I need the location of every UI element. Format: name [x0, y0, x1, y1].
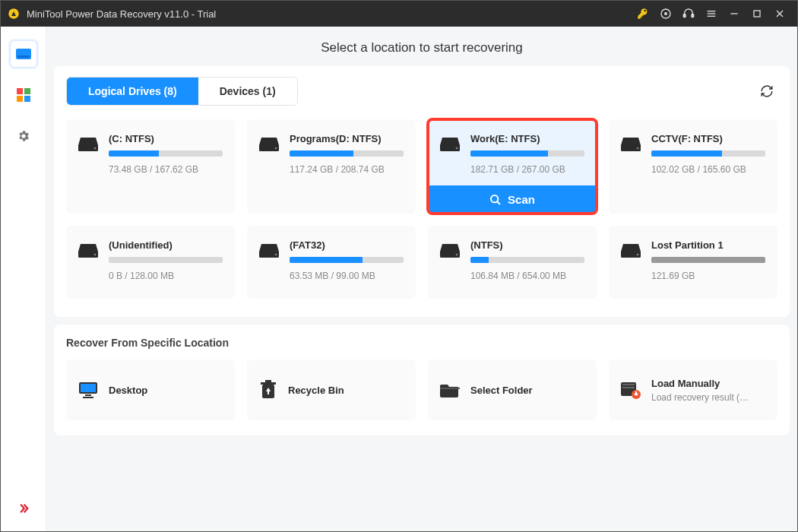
drive-usage-text: 0 B / 128.00 MB: [109, 271, 223, 281]
drive-card[interactable]: Work(E: NTFS)182.71 GB / 267.00 GBScan: [428, 119, 597, 214]
drive-icon: [78, 244, 98, 258]
location-select-folder[interactable]: Select Folder: [428, 359, 597, 420]
drive-usage-text: 121.69 GB: [651, 271, 765, 281]
refresh-button[interactable]: [756, 81, 777, 102]
svg-point-32: [637, 254, 639, 256]
drive-usage-bar: [470, 150, 584, 157]
sidebar-recovery-button[interactable]: [10, 40, 37, 68]
drive-card[interactable]: (NTFS)106.84 MB / 654.00 MB: [428, 226, 597, 299]
svg-rect-5: [708, 11, 716, 11]
locations-heading: Recover From Specific Location: [66, 337, 777, 349]
location-manual-title: Load Manually: [651, 378, 750, 389]
drive-name: Lost Partition 1: [651, 239, 765, 251]
page-heading: Select a location to start recovering: [46, 27, 797, 66]
drive-name: CCTV(F: NTFS): [651, 133, 765, 144]
locations-grid: Desktop Recycle Bin Select Folder: [66, 359, 777, 420]
body: Select a location to start recovering Lo…: [1, 27, 797, 531]
tab-devices[interactable]: Devices (1): [198, 78, 297, 105]
svg-rect-43: [622, 387, 635, 388]
app-window: MiniTool Power Data Recovery v11.0 - Tri…: [0, 0, 798, 532]
drive-card[interactable]: (C: NTFS)73.48 GB / 167.62 GB: [66, 119, 235, 214]
svg-rect-12: [17, 88, 23, 94]
support-icon-button[interactable]: [677, 1, 700, 27]
location-recycle-bin[interactable]: Recycle Bin: [247, 359, 416, 420]
sidebar-settings-button[interactable]: [10, 122, 37, 150]
drive-name: (FAT32): [290, 239, 404, 251]
svg-point-24: [637, 147, 639, 150]
main: Select a location to start recovering Lo…: [46, 27, 797, 531]
drives-panel: Logical Drives (8) Devices (1) (C: NTFS)…: [54, 66, 790, 317]
svg-rect-7: [708, 16, 716, 17]
locations-panel: Recover From Specific Location Desktop R…: [54, 325, 790, 435]
drive-icon: [78, 138, 98, 151]
svg-rect-40: [440, 388, 460, 389]
svg-point-19: [275, 147, 277, 150]
drive-card[interactable]: Programs(D: NTFS)117.24 GB / 208.74 GB: [247, 119, 416, 214]
drive-usage-text: 117.24 GB / 208.74 GB: [290, 164, 404, 175]
tab-logical-drives[interactable]: Logical Drives (8): [67, 78, 198, 105]
drive-usage-text: 182.71 GB / 267.00 GB: [470, 164, 584, 175]
titlebar: MiniTool Power Data Recovery v11.0 - Tri…: [1, 1, 797, 27]
drive-usage-text: 73.48 GB / 167.62 GB: [109, 164, 223, 175]
maximize-button[interactable]: [746, 1, 768, 27]
drive-name: (Unidentified): [109, 239, 223, 251]
drive-card[interactable]: (Unidentified)0 B / 128.00 MB: [66, 226, 235, 299]
drive-usage-text: 102.02 GB / 165.60 GB: [651, 164, 765, 175]
drive-usage-text: 106.84 MB / 654.00 MB: [470, 271, 584, 281]
drive-usage-bar: [470, 257, 584, 263]
drive-usage-bar: [290, 257, 404, 263]
minimize-button[interactable]: [723, 1, 746, 27]
svg-rect-3: [683, 14, 686, 17]
svg-point-30: [456, 254, 458, 256]
svg-rect-36: [83, 397, 93, 398]
drive-usage-bar: [651, 257, 765, 263]
load-manually-icon: [621, 381, 641, 399]
drive-icon: [440, 138, 460, 151]
scan-button[interactable]: Scan: [428, 185, 597, 214]
location-folder-label: Select Folder: [470, 385, 533, 396]
svg-rect-39: [265, 380, 271, 382]
svg-point-21: [456, 147, 458, 150]
svg-rect-42: [622, 384, 635, 385]
drive-icon: [259, 138, 279, 151]
folder-icon: [440, 382, 460, 398]
tabs-row: Logical Drives (8) Devices (1): [66, 66, 777, 106]
svg-point-28: [275, 254, 277, 256]
menu-icon-button[interactable]: [700, 1, 723, 27]
recycle-bin-icon: [259, 380, 277, 400]
drive-icon: [440, 244, 460, 258]
drive-card[interactable]: (FAT32)63.53 MB / 99.00 MB: [247, 226, 416, 299]
drive-icon: [621, 138, 641, 151]
drive-usage-text: 63.53 MB / 99.00 MB: [290, 271, 404, 281]
svg-rect-35: [85, 394, 91, 396]
sidebar-expand-button[interactable]: [10, 495, 37, 522]
drive-name: (C: NTFS): [109, 133, 223, 144]
svg-point-2: [665, 13, 667, 15]
svg-rect-8: [730, 13, 737, 14]
close-button[interactable]: [768, 1, 791, 27]
location-desktop[interactable]: Desktop: [66, 359, 235, 420]
svg-rect-4: [692, 14, 694, 17]
drive-grid: (C: NTFS)73.48 GB / 167.62 GBPrograms(D:…: [66, 119, 777, 299]
svg-point-17: [94, 147, 97, 150]
desktop-icon: [78, 382, 98, 398]
drive-card[interactable]: Lost Partition 1121.69 GB: [609, 226, 777, 299]
scan-button-label: Scan: [508, 193, 535, 206]
sidebar-apps-button[interactable]: [10, 81, 37, 109]
svg-rect-13: [24, 88, 30, 94]
svg-rect-15: [24, 96, 30, 102]
svg-rect-14: [17, 96, 23, 102]
sidebar: [1, 27, 46, 531]
location-manual-subtitle: Load recovery result (*...: [651, 392, 750, 403]
drive-card[interactable]: CCTV(F: NTFS)102.02 GB / 165.60 GB: [609, 119, 777, 214]
svg-point-26: [94, 254, 97, 256]
svg-rect-9: [754, 11, 760, 17]
upgrade-key-button[interactable]: [632, 1, 654, 27]
disc-icon-button[interactable]: [654, 1, 677, 27]
app-logo-icon: [7, 7, 21, 21]
drive-icon: [259, 244, 279, 258]
svg-rect-34: [81, 384, 96, 392]
drive-usage-bar: [109, 257, 223, 263]
location-load-manually[interactable]: Load Manually Load recovery result (*...: [609, 359, 777, 420]
svg-rect-6: [708, 13, 716, 14]
